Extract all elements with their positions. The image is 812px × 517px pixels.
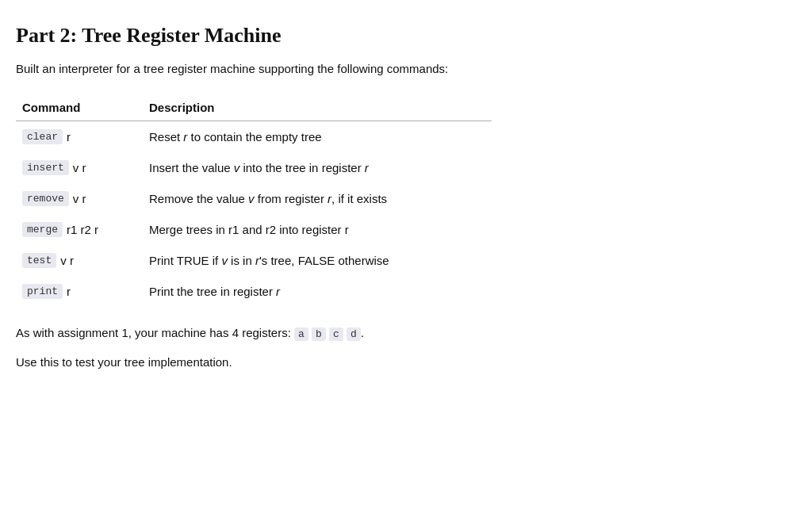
intro-paragraph: Built an interpreter for a tree register…	[16, 62, 796, 75]
table-row: test v rPrint TRUE if v is in r's tree, …	[16, 245, 492, 276]
page-title: Part 2: Tree Register Machine	[16, 24, 796, 48]
register-code: b	[312, 327, 326, 341]
command-code: merge	[22, 222, 63, 237]
command-rest: r	[67, 130, 71, 144]
command-rest: v r	[73, 192, 86, 205]
command-rest: v r	[60, 254, 74, 267]
description-cell: Reset r to contain the empty tree	[143, 121, 492, 153]
table-row: insert v rInsert the value v into the tr…	[16, 152, 492, 183]
description-cell: Merge trees in r1 and r2 into register r	[143, 214, 492, 245]
command-cell: clear r	[16, 121, 143, 153]
description-cell: Insert the value v into the tree in regi…	[143, 152, 492, 183]
command-rest: r1 r2 r	[67, 223, 98, 236]
description-cell: Print the tree in register r	[143, 276, 492, 307]
table-row: remove v rRemove the value v from regist…	[16, 183, 492, 214]
register-code: d	[347, 327, 361, 341]
description-cell: Print TRUE if v is in r's tree, FALSE ot…	[143, 245, 492, 276]
table-row: clear rReset r to contain the empty tree	[16, 121, 492, 153]
table-row: merge r1 r2 rMerge trees in r1 and r2 in…	[16, 214, 492, 245]
command-rest: r	[67, 285, 71, 298]
description-cell: Remove the value v from register r, if i…	[143, 183, 492, 214]
command-cell: insert v r	[16, 152, 143, 183]
command-cell: test v r	[16, 245, 143, 276]
command-code: clear	[22, 129, 63, 144]
register-code: c	[329, 327, 343, 341]
col-header-command: Command	[16, 94, 143, 121]
footer-registers: As with assignment 1, your machine has 4…	[16, 326, 796, 341]
command-cell: merge r1 r2 r	[16, 214, 143, 245]
commands-table-container: Command Description clear rReset r to co…	[16, 94, 796, 307]
command-rest: v r	[73, 161, 86, 174]
register-code: a	[294, 327, 308, 341]
command-cell: remove v r	[16, 183, 143, 214]
commands-table: Command Description clear rReset r to co…	[16, 94, 492, 307]
command-cell: print r	[16, 276, 143, 307]
command-code: print	[22, 284, 63, 299]
table-row: print rPrint the tree in register r	[16, 276, 492, 307]
footer-usage: Use this to test your tree implementatio…	[16, 355, 796, 369]
col-header-description: Description	[143, 94, 492, 121]
command-code: remove	[22, 191, 69, 206]
command-code: insert	[22, 160, 69, 175]
command-code: test	[22, 253, 56, 268]
